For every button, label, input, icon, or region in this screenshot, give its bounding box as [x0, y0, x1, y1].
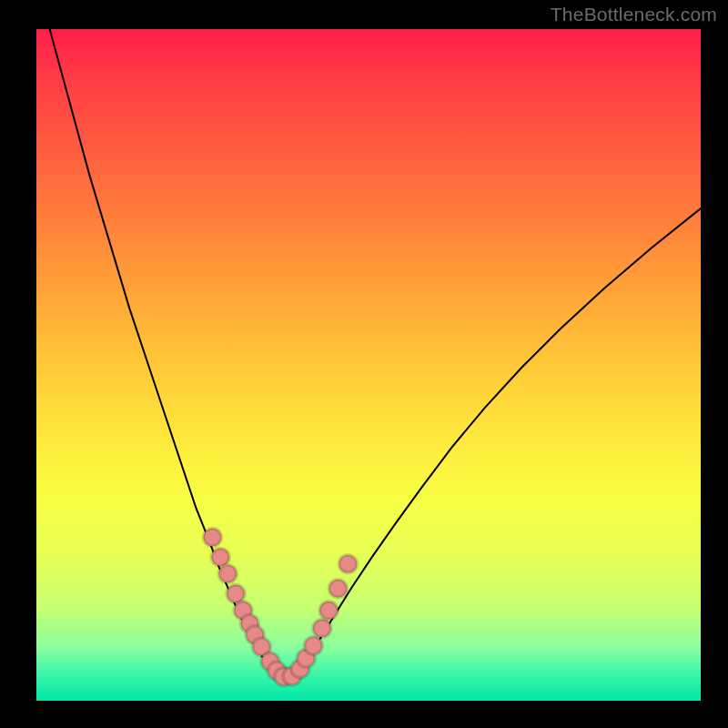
marker-dot	[218, 565, 237, 583]
marker-dot	[313, 620, 331, 638]
curve-right-branch	[282, 208, 701, 677]
marker-dot	[203, 529, 221, 547]
plot-area	[36, 29, 701, 701]
marker-dot	[304, 637, 322, 655]
watermark-text: TheBottleneck.com	[551, 4, 717, 25]
marker-dot	[339, 555, 357, 573]
chart-frame: TheBottleneck.com	[0, 0, 728, 728]
marker-group	[203, 529, 357, 686]
curve-svg	[36, 29, 701, 693]
marker-dot	[319, 602, 338, 620]
marker-dot	[329, 580, 347, 598]
curve-left-branch	[50, 29, 276, 675]
